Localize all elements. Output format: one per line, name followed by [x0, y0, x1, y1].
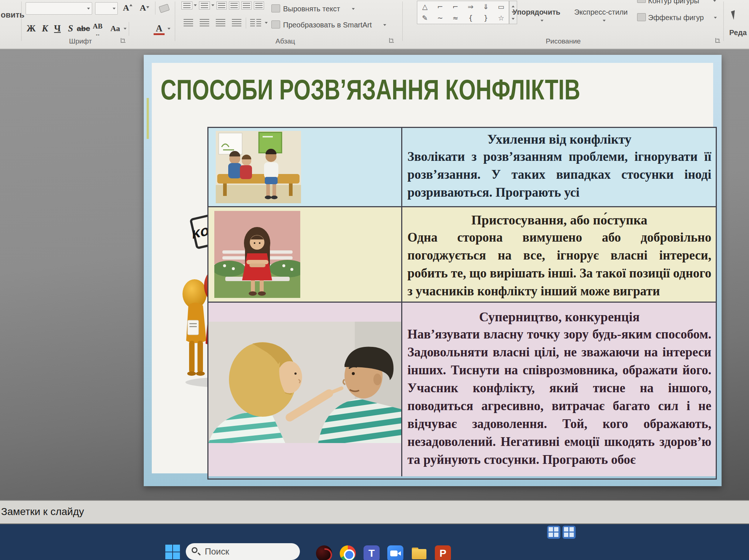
arrange-button[interactable]: Упорядочить [513, 8, 560, 16]
row-body: Одна сторона вимушено або добровільно по… [407, 228, 711, 300]
drawing-dialog-launcher[interactable] [715, 38, 720, 43]
columns-icon[interactable] [250, 19, 255, 26]
underline-button[interactable]: Ч [52, 23, 63, 35]
align-text-icon [271, 4, 280, 12]
accommodation-text-cell[interactable]: Пристосування, або по́ступка Одна сторон… [402, 207, 716, 302]
font-color-caret[interactable] [168, 28, 170, 31]
row-heading: Пристосування, або по́ступка [407, 212, 711, 228]
accommodation-photo [208, 207, 402, 302]
browser-icon[interactable] [316, 545, 332, 560]
font-group-label: Шрифт [60, 37, 101, 45]
select-cursor-icon[interactable] [731, 10, 740, 20]
justify-icon[interactable] [232, 19, 241, 26]
font-color-button[interactable]: А [154, 23, 165, 35]
shape-outline-icon [637, 0, 646, 3]
italic-button[interactable]: К [39, 23, 50, 35]
notes-label: Заметки к слайду [1, 506, 84, 518]
yellow-figure [182, 279, 207, 376]
table-row-avoidance[interactable]: Ухилення від конфлікту Зволікати з розв’… [208, 128, 716, 206]
curve-shape-icon[interactable]: ~ [433, 12, 448, 24]
row-heading: Ухилення від конфлікту [407, 131, 711, 148]
chrome-icon[interactable] [340, 545, 356, 560]
freeform-shape-icon[interactable]: ✎ [417, 12, 433, 24]
line-spacing-icon[interactable] [241, 1, 252, 10]
smartart-icon [271, 20, 280, 29]
drawing-group-label: Рисование [541, 37, 585, 45]
elbow-arrow-connector-icon[interactable]: ⌐ [448, 1, 463, 12]
align-center-icon[interactable] [200, 19, 209, 26]
text-shadow-button[interactable]: S [65, 23, 76, 35]
row-heading: Суперництво, конкуренція [407, 309, 711, 325]
grid-icon[interactable] [547, 526, 560, 539]
shape-outline-button[interactable]: Контур фигуры [648, 0, 699, 5]
star-shape-icon[interactable]: ☆ [493, 12, 509, 24]
clear-formatting-icon[interactable] [159, 4, 170, 13]
file-explorer-icon[interactable] [411, 545, 427, 560]
editor-workspace: СПОСОБИ РОЗВ’ЯЗАННЯ КОНФЛІКТІВ [0, 50, 749, 500]
right-brace-shape-icon[interactable]: } [478, 12, 494, 24]
numbering-icon[interactable] [199, 1, 210, 10]
bullets-icon[interactable] [181, 1, 192, 10]
text-direction-icon[interactable] [254, 1, 264, 10]
align-right-icon[interactable] [216, 19, 225, 26]
windows-start-button[interactable] [165, 545, 180, 559]
editing-group-fragment: Реда [729, 29, 747, 37]
font-size-combo[interactable] [95, 2, 118, 15]
slide-title[interactable]: СПОСОБИ РОЗВ’ЯЗАННЯ КОНФЛІКТІВ [161, 73, 580, 106]
teams-icon[interactable]: T [364, 545, 380, 560]
ribbon: овить А А Ж К Ч S abc АВ↔ Аа А Шрифт [0, 0, 749, 49]
right-arrow-shape-icon[interactable]: ⇒ [463, 1, 478, 12]
competition-photo [208, 303, 402, 476]
wave-shape-icon[interactable]: ≈ [448, 12, 463, 24]
taskbar: T P [0, 524, 749, 560]
change-case-caret[interactable] [124, 28, 127, 31]
increase-indent-icon[interactable] [229, 1, 239, 10]
strikethrough-button[interactable]: abc [77, 23, 90, 35]
quick-styles-button[interactable]: Экспресс-стили [574, 8, 628, 16]
font-dialog-launcher[interactable] [121, 38, 125, 43]
shape-effects-icon [637, 13, 646, 21]
character-spacing-button[interactable]: АВ↔ [92, 23, 103, 35]
shapes-gallery[interactable]: △ ⌐ ⌐ ⇒ ⇓ ▭ ✎ ~ ≈ { } ☆ [417, 1, 509, 24]
triangle-shape-icon[interactable]: △ [417, 1, 433, 12]
avoidance-text-cell[interactable]: Ухилення від конфлікту Зволікати з розв’… [402, 128, 716, 206]
taskbar-search-input[interactable] [186, 543, 300, 560]
elbow-connector-icon[interactable]: ⌐ [433, 1, 448, 12]
row-body: Нав’язувати власну точку зору будь-яким … [407, 325, 711, 469]
competition-text-cell[interactable]: Суперництво, конкуренція Нав’язувати вла… [402, 303, 716, 476]
slide-canvas[interactable]: СПОСОБИ РОЗВ’ЯЗАННЯ КОНФЛІКТІВ [144, 55, 722, 486]
notes-panel[interactable]: Заметки к слайду [0, 500, 749, 524]
zoom-app-icon[interactable] [387, 545, 403, 560]
shape-effects-button[interactable]: Эффекты фигур [648, 14, 704, 22]
search-icon [192, 547, 197, 553]
row-body: Зволікати з розв’язанням проблеми, ігнор… [407, 148, 711, 201]
font-name-combo[interactable] [26, 2, 92, 15]
convert-smartart-button[interactable]: Преобразовать в SmartArt [283, 21, 372, 29]
callout-shape-icon[interactable]: ▭ [493, 1, 509, 12]
left-brace-shape-icon[interactable]: { [463, 12, 478, 24]
avoidance-photo [208, 128, 402, 206]
change-case-button[interactable]: Аа [110, 23, 121, 35]
paragraph-dialog-launcher[interactable] [389, 38, 394, 43]
align-text-button[interactable]: Выровнять текст [283, 5, 340, 13]
powerpoint-icon[interactable]: P [435, 545, 451, 560]
conflict-table[interactable]: Ухилення від конфлікту Зволікати з розв’… [207, 127, 717, 480]
decorative-stripe [147, 98, 149, 139]
bold-button[interactable]: Ж [26, 23, 37, 35]
decrease-indent-icon[interactable] [217, 1, 227, 10]
powerpoint-window: овить А А Ж К Ч S abc АВ↔ Аа А Шрифт [0, 0, 749, 560]
align-left-icon[interactable] [184, 19, 193, 26]
shrink-font-button[interactable]: А [140, 3, 146, 13]
down-arrow-shape-icon[interactable]: ⇓ [478, 1, 494, 12]
group-divider [21, 1, 22, 41]
table-row-accommodation[interactable]: Пристосування, або по́ступка Одна сторон… [208, 206, 716, 302]
grid-icon[interactable] [562, 526, 576, 539]
table-row-competition[interactable]: Суперництво, конкуренція Нав’язувати вла… [208, 302, 716, 476]
grow-font-button[interactable]: А [123, 3, 129, 13]
paragraph-group-label: Абзац [265, 37, 305, 45]
